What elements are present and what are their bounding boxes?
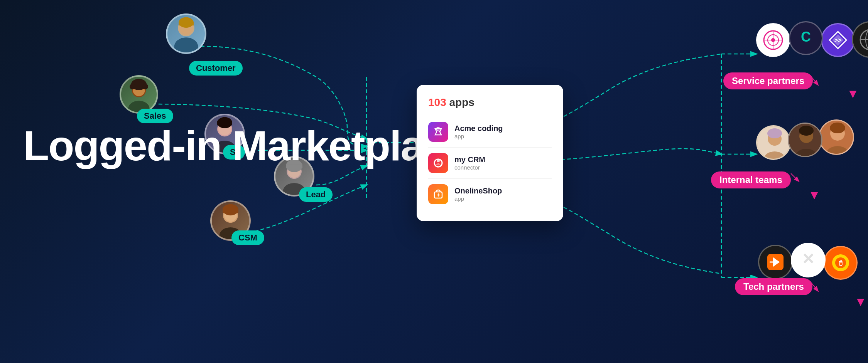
arrow-service-partners: ▼	[847, 87, 859, 101]
svg-text:>>: >>	[834, 37, 842, 44]
label-csm: CSM	[231, 230, 264, 245]
tech-partner-icon-3: ₿	[824, 246, 858, 280]
app-count-number: 103	[428, 96, 446, 108]
app-item-shop[interactable]: OnelineShop app	[428, 179, 552, 210]
app-type-acme: app	[454, 133, 503, 139]
app-name-acme: Acme coding	[454, 124, 503, 133]
arrow-tech-partners: ▼	[854, 295, 867, 309]
label-internal-teams: Internal teams	[711, 171, 791, 188]
svg-text:₿: ₿	[839, 259, 843, 267]
tech-partner-icon-1	[758, 245, 793, 279]
label-service-partners: Service partners	[723, 72, 813, 89]
service-partner-icon-1	[756, 23, 790, 57]
label-tech-partners: Tech partners	[735, 278, 812, 295]
svg-point-9	[130, 84, 135, 89]
app-type-shop: app	[454, 195, 502, 202]
app-name-crm: my CRM	[454, 155, 485, 164]
app-icon-acme	[428, 122, 448, 142]
person-internal-2	[788, 123, 822, 157]
app-icon-crm	[428, 153, 448, 173]
svg-point-49	[767, 128, 782, 138]
arrow-internal-teams: ▼	[808, 188, 821, 202]
app-card: 103 apps Acme coding app my CRM connecto…	[417, 85, 563, 221]
app-name-shop: OnelineShop	[454, 187, 502, 195]
label-sales: Sales	[137, 109, 173, 123]
svg-point-10	[142, 84, 148, 89]
app-count-text: apps	[449, 96, 475, 108]
main-title: Logged-in Marketplace	[23, 123, 469, 168]
app-count: 103 apps	[428, 96, 552, 109]
app-info-acme: Acme coding app	[454, 124, 503, 139]
label-lead: Lead	[299, 187, 333, 202]
avatar-sales	[120, 75, 158, 114]
app-item-acme[interactable]: Acme coding app	[428, 116, 552, 148]
app-info-shop: OnelineShop app	[454, 187, 502, 202]
svg-rect-25	[223, 208, 238, 213]
person-internal-3	[819, 119, 854, 155]
svg-text:C: C	[801, 29, 811, 45]
svg-point-29	[437, 159, 440, 162]
person-internal-1	[756, 125, 791, 160]
app-icon-shop	[428, 184, 448, 204]
svg-point-53	[799, 126, 814, 136]
svg-rect-4	[179, 22, 194, 25]
app-info-crm: my CRM connector	[454, 155, 485, 171]
service-partner-icon-2: C	[789, 21, 823, 55]
svg-text:✕: ✕	[802, 250, 815, 267]
app-type-crm: connector	[454, 164, 485, 171]
svg-rect-58	[831, 126, 844, 130]
svg-point-1	[174, 37, 198, 54]
avatar-customer	[166, 13, 206, 54]
tech-partner-icon-2: ✕	[791, 243, 826, 277]
app-item-crm[interactable]: my CRM connector	[428, 148, 552, 179]
label-customer: Customer	[189, 61, 243, 76]
title-line1: Logged-in Marketplace	[23, 123, 469, 168]
service-partner-icon-3: >>	[821, 23, 855, 57]
